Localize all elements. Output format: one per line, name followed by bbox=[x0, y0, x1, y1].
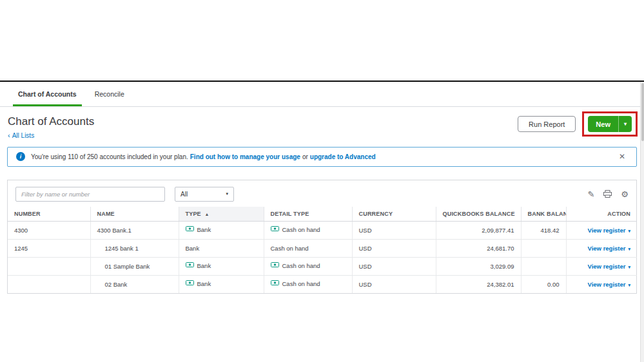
cell-detail-type: Cash on hand bbox=[264, 221, 352, 239]
cell-quickbooks-balance: 24,382.01 bbox=[436, 275, 521, 293]
all-lists-link[interactable]: ‹ All Lists bbox=[8, 132, 34, 139]
cell-type: Bank bbox=[179, 221, 264, 239]
cell-type-label: Bank bbox=[197, 280, 211, 287]
close-icon[interactable]: ✕ bbox=[616, 152, 628, 161]
upgrade-advanced-link[interactable]: upgrade to Advanced bbox=[310, 153, 376, 160]
new-button-label: New bbox=[588, 120, 618, 128]
tab-chart-of-accounts[interactable]: Chart of Accounts bbox=[9, 82, 86, 106]
view-register-label: View register bbox=[588, 227, 626, 234]
cell-quickbooks-balance: 3,029.09 bbox=[436, 257, 521, 275]
tab-label: Chart of Accounts bbox=[18, 90, 77, 98]
table-row: 1245 1245 bank 1 Bank Cash on hand USD 2… bbox=[8, 239, 637, 257]
cell-detail-type: Cash on hand bbox=[264, 239, 352, 257]
page-header: Chart of Accounts ‹ All Lists Run Report… bbox=[0, 107, 644, 140]
cell-name: 1245 bank 1 bbox=[90, 239, 179, 257]
money-hand-icon bbox=[271, 280, 279, 288]
scrollbar[interactable] bbox=[640, 82, 644, 362]
cell-bank-balance bbox=[521, 239, 566, 257]
filter-row: All ▾ ✎ ⚙ bbox=[8, 180, 636, 207]
cell-name: 01 Sample Bank bbox=[90, 257, 179, 275]
col-name[interactable]: NAME bbox=[90, 207, 179, 222]
cell-type: Bank bbox=[179, 275, 264, 293]
edit-pencil-icon[interactable]: ✎ bbox=[587, 190, 594, 198]
chevron-down-icon[interactable]: ▾ bbox=[628, 265, 630, 269]
page-title: Chart of Accounts bbox=[8, 116, 94, 128]
view-register-label: View register bbox=[588, 281, 626, 288]
view-register-label: View register bbox=[588, 245, 626, 252]
title-block: Chart of Accounts ‹ All Lists bbox=[8, 116, 94, 140]
money-hand-icon bbox=[186, 226, 194, 234]
col-type[interactable]: TYPE ▲ bbox=[179, 207, 264, 222]
view-register-link[interactable]: View register▾ bbox=[588, 227, 630, 234]
col-quickbooks-balance[interactable]: QUICKBOOKS BALANCE bbox=[436, 207, 521, 222]
money-hand-icon bbox=[186, 262, 194, 270]
tab-bar: Chart of Accounts Reconcile bbox=[0, 82, 644, 107]
chart-of-accounts-page: Chart of Accounts Reconcile Chart of Acc… bbox=[0, 82, 644, 362]
cell-detail-label: Cash on hand bbox=[282, 262, 320, 269]
filter-input[interactable] bbox=[15, 187, 165, 202]
cell-type-label: Bank bbox=[197, 226, 211, 233]
chevron-down-icon[interactable]: ▾ bbox=[619, 121, 632, 127]
info-icon: i bbox=[16, 152, 25, 161]
cell-name: 02 Bank bbox=[90, 275, 179, 293]
cell-bank-balance: 0.00 bbox=[521, 275, 566, 293]
cell-detail-type: Cash on hand bbox=[264, 275, 352, 293]
cell-number: 4300 bbox=[8, 221, 90, 239]
chevron-down-icon[interactable]: ▾ bbox=[628, 247, 630, 251]
gear-icon[interactable]: ⚙ bbox=[621, 190, 629, 198]
run-report-button[interactable]: Run Report bbox=[518, 116, 576, 132]
cell-action: View register▾ bbox=[566, 239, 637, 257]
tab-reconcile[interactable]: Reconcile bbox=[86, 82, 133, 106]
cell-currency: USD bbox=[352, 257, 436, 275]
chevron-down-icon: ▾ bbox=[226, 191, 228, 196]
cell-type: Bank bbox=[179, 239, 264, 257]
cell-quickbooks-balance: 2,09,877.41 bbox=[436, 221, 521, 239]
money-hand-icon bbox=[271, 262, 279, 270]
cell-quickbooks-balance: 24,681.70 bbox=[436, 239, 521, 257]
view-register-link[interactable]: View register▾ bbox=[588, 245, 630, 252]
cell-number: 1245 bbox=[8, 239, 90, 257]
sort-asc-icon: ▲ bbox=[205, 212, 210, 216]
accounts-table: NUMBER NAME TYPE ▲ DETAIL TYPE CURRENCY … bbox=[8, 207, 637, 294]
view-register-link[interactable]: View register▾ bbox=[588, 263, 630, 270]
col-type-label: TYPE bbox=[186, 211, 201, 217]
money-hand-icon bbox=[271, 226, 279, 234]
col-bank-balance[interactable]: BANK BALANCE bbox=[521, 207, 566, 222]
chevron-down-icon[interactable]: ▾ bbox=[628, 283, 630, 287]
table-header-row: NUMBER NAME TYPE ▲ DETAIL TYPE CURRENCY … bbox=[8, 207, 637, 222]
money-hand-icon bbox=[186, 280, 194, 288]
type-filter-value: All bbox=[181, 191, 188, 198]
table-row: 4300 4300 Bank.1 Bank Cash on hand USD 2… bbox=[8, 221, 637, 239]
cell-currency: USD bbox=[352, 239, 436, 257]
cell-detail-type: Cash on hand bbox=[264, 257, 352, 275]
col-detail-type[interactable]: DETAIL TYPE bbox=[264, 207, 352, 222]
printer-icon[interactable] bbox=[603, 190, 612, 198]
cell-name: 4300 Bank.1 bbox=[90, 221, 179, 239]
new-button[interactable]: New ▾ bbox=[588, 116, 632, 132]
tab-label: Reconcile bbox=[95, 90, 124, 98]
col-currency[interactable]: CURRENCY bbox=[352, 207, 436, 222]
banner-message: You're using 110 of 250 accounts include… bbox=[31, 153, 188, 160]
chevron-left-icon: ‹ bbox=[8, 132, 10, 139]
table-tools: ✎ ⚙ bbox=[587, 190, 629, 198]
view-register-link[interactable]: View register▾ bbox=[588, 281, 630, 288]
cell-bank-balance: 418.42 bbox=[521, 221, 566, 239]
type-filter-select[interactable]: All ▾ bbox=[175, 187, 234, 202]
manage-usage-link[interactable]: Find out how to manage your usage bbox=[190, 153, 300, 160]
cell-number bbox=[8, 275, 90, 293]
scrollbar-thumb[interactable] bbox=[641, 83, 644, 141]
usage-banner: i You're using 110 of 250 accounts inclu… bbox=[7, 147, 637, 167]
chevron-down-icon[interactable]: ▾ bbox=[628, 229, 630, 233]
banner-connector: or bbox=[302, 153, 308, 160]
cell-action: View register▾ bbox=[566, 221, 637, 239]
col-number[interactable]: NUMBER bbox=[8, 207, 90, 222]
cell-action: View register▾ bbox=[566, 275, 637, 293]
cell-type: Bank bbox=[179, 257, 264, 275]
col-action: ACTION bbox=[566, 207, 637, 222]
cell-type-label: Bank bbox=[197, 262, 211, 269]
cell-number bbox=[8, 257, 90, 275]
accounts-card: All ▾ ✎ ⚙ bbox=[7, 180, 637, 294]
table-row: 02 Bank Bank Cash on hand USD 24,382.01 … bbox=[8, 275, 637, 293]
annotation-highlight-box: New ▾ bbox=[582, 111, 638, 137]
cell-detail-label: Cash on hand bbox=[282, 280, 320, 287]
